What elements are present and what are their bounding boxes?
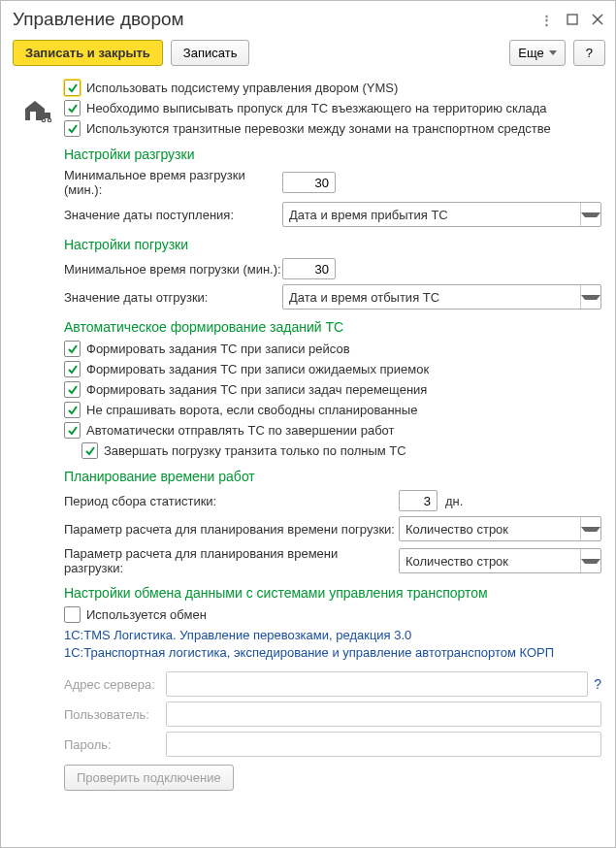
autoform-c6-label: Завершать погрузку транзита только по по… bbox=[104, 443, 406, 458]
autoform-c2-checkbox[interactable] bbox=[64, 361, 81, 377]
load-min-time-label: Минимальное время погрузки (мин.): bbox=[64, 262, 282, 277]
server-label: Адрес сервера: bbox=[64, 677, 166, 692]
autoform-c1-checkbox[interactable] bbox=[64, 341, 81, 357]
autoform-c6-checkbox[interactable] bbox=[81, 442, 98, 459]
autoform-c2-label: Формировать задания ТС при записи ожидае… bbox=[86, 362, 429, 376]
plan-param-load-value: Количество строк bbox=[400, 522, 580, 537]
chevron-down-icon bbox=[580, 203, 600, 226]
load-date-label: Значение даты отгрузки: bbox=[64, 290, 282, 305]
chevron-down-icon bbox=[580, 549, 600, 572]
plan-param-load-label: Параметр расчета для планирования времен… bbox=[64, 522, 399, 537]
tms-link-2[interactable]: 1С:Транспортная логистика, экспедировани… bbox=[64, 644, 601, 662]
autoform-c5-checkbox[interactable] bbox=[64, 422, 81, 439]
plan-param-unload-select[interactable]: Количество строк bbox=[399, 548, 601, 573]
transit-label: Используются транзитные перевозки между … bbox=[86, 121, 551, 136]
autoform-c3-checkbox[interactable] bbox=[64, 381, 81, 398]
password-input[interactable] bbox=[166, 732, 601, 757]
unload-min-time-label: Минимальное время разгрузки (мин.): bbox=[64, 168, 282, 197]
autoform-c1-label: Формировать задания ТС при записи рейсов bbox=[86, 342, 350, 356]
load-min-time-input[interactable] bbox=[282, 258, 336, 279]
help-icon[interactable]: ? bbox=[594, 676, 601, 692]
unload-date-select[interactable]: Дата и время прибытия ТС bbox=[282, 202, 601, 227]
svg-rect-4 bbox=[30, 112, 36, 120]
svg-point-9 bbox=[49, 119, 50, 121]
section-plan: Планирование времени работ bbox=[64, 469, 601, 484]
section-autoform: Автоматическое формирование заданий ТС bbox=[64, 319, 601, 335]
warehouse-truck-icon bbox=[21, 97, 54, 129]
save-close-button[interactable]: Записать и закрыть bbox=[13, 40, 163, 66]
unload-date-value: Дата и время прибытия ТС bbox=[283, 208, 580, 222]
plan-param-load-select[interactable]: Количество строк bbox=[399, 516, 601, 541]
user-label: Пользователь: bbox=[64, 707, 166, 722]
section-unload: Настройки разгрузки bbox=[64, 147, 601, 162]
unload-min-time-input[interactable] bbox=[282, 172, 336, 193]
test-connection-button[interactable]: Проверить подключение bbox=[64, 765, 234, 791]
chevron-down-icon bbox=[580, 517, 600, 540]
autoform-c4-checkbox[interactable] bbox=[64, 402, 81, 418]
svg-rect-5 bbox=[41, 113, 50, 118]
more-label: Еще bbox=[518, 46, 543, 60]
plan-period-unit: дн. bbox=[445, 494, 463, 508]
autoform-c3-label: Формировать задания ТС при записи задач … bbox=[86, 382, 427, 397]
autoform-c4-label: Не спрашивать ворота, если свободны спла… bbox=[86, 403, 417, 417]
transit-checkbox[interactable] bbox=[64, 120, 81, 137]
user-input[interactable] bbox=[166, 701, 601, 727]
section-load: Настройки погрузки bbox=[64, 237, 601, 252]
exchange-use-checkbox[interactable] bbox=[64, 606, 81, 623]
load-date-select[interactable]: Дата и время отбытия ТС bbox=[282, 284, 601, 310]
server-input[interactable] bbox=[166, 671, 588, 697]
pass-label: Необходимо выписывать пропуск для ТС въе… bbox=[86, 101, 547, 115]
section-exchange: Настройки обмена данными с системами упр… bbox=[64, 585, 601, 601]
svg-point-8 bbox=[43, 119, 45, 121]
exchange-use-label: Используется обмен bbox=[86, 607, 207, 622]
close-icon[interactable] bbox=[590, 12, 605, 27]
plan-param-unload-value: Количество строк bbox=[400, 554, 580, 569]
help-button[interactable]: ? bbox=[573, 40, 605, 66]
more-button[interactable]: Еще bbox=[509, 40, 565, 66]
svg-rect-0 bbox=[567, 15, 577, 24]
page-title: Управление двором bbox=[13, 9, 530, 30]
kebab-menu-icon[interactable]: ⋮ bbox=[539, 12, 555, 27]
maximize-icon[interactable] bbox=[565, 12, 580, 27]
password-label: Пароль: bbox=[64, 737, 166, 752]
use-yms-label: Использовать подсистему управления дворо… bbox=[86, 81, 398, 95]
use-yms-checkbox[interactable] bbox=[64, 80, 81, 96]
tms-link-1[interactable]: 1С:TMS Логистика. Управление перевозками… bbox=[64, 627, 601, 644]
unload-date-label: Значение даты поступления: bbox=[64, 208, 282, 222]
chevron-down-icon bbox=[549, 50, 557, 55]
pass-checkbox[interactable] bbox=[64, 100, 81, 116]
autoform-c5-label: Автоматически отправлять ТС по завершени… bbox=[86, 423, 394, 438]
plan-param-unload-label: Параметр расчета для планирования времен… bbox=[64, 546, 399, 575]
plan-period-label: Период сбора статистики: bbox=[64, 494, 399, 508]
load-date-value: Дата и время отбытия ТС bbox=[283, 290, 580, 305]
chevron-down-icon bbox=[580, 285, 600, 309]
plan-period-input[interactable] bbox=[399, 490, 438, 511]
save-button[interactable]: Записать bbox=[171, 40, 250, 66]
